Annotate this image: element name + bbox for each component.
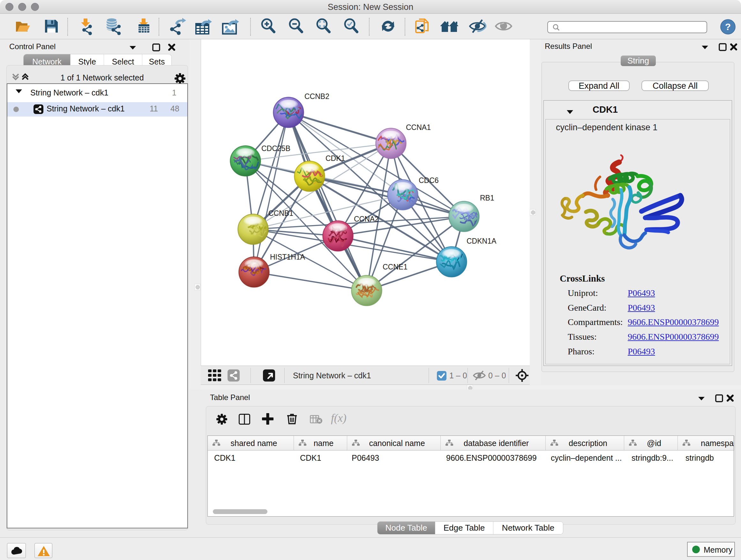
svg-text:CDK1: CDK1: [326, 154, 345, 163]
svg-text:HIST1H1A: HIST1H1A: [270, 253, 306, 261]
svg-text:CCNB2: CCNB2: [305, 92, 329, 101]
svg-text:RB1: RB1: [480, 194, 494, 202]
svg-text:CDC25B: CDC25B: [261, 144, 290, 152]
svg-text:CCNB1: CCNB1: [268, 209, 293, 217]
svg-text:?: ?: [725, 21, 731, 32]
svg-text:CDKN1A: CDKN1A: [467, 237, 496, 245]
svg-text:CCNA1: CCNA1: [406, 123, 431, 132]
svg-text:CDC6: CDC6: [419, 176, 439, 185]
svg-text:CCNE1: CCNE1: [383, 263, 408, 271]
svg-text:CCNA2: CCNA2: [354, 215, 379, 223]
